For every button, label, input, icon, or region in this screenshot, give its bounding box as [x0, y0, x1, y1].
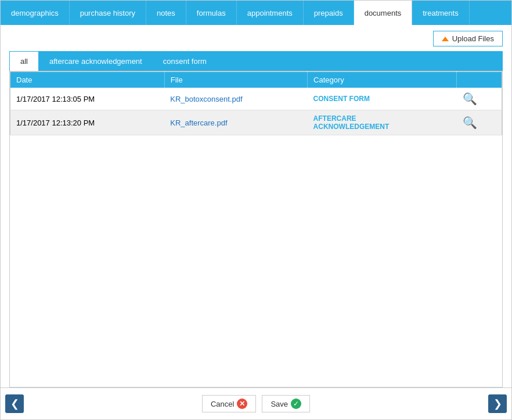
row2-date: 1/17/2017 12:13:20 PM	[10, 110, 165, 135]
row2-view[interactable]: 🔍	[457, 110, 502, 135]
tab-prepaids[interactable]: prepaids	[304, 1, 354, 25]
cancel-button[interactable]: Cancel ✕	[202, 395, 256, 412]
table-row: 1/17/2017 12:13:20 PM KR_aftercare.pdf A…	[10, 110, 502, 135]
tab-treatments[interactable]: treatments	[412, 1, 469, 25]
view-icon[interactable]: 🔍	[463, 116, 477, 129]
save-icon: ✓	[291, 399, 301, 409]
documents-table: Date File Category 1/17/2017 12:13:05 PM…	[10, 71, 502, 135]
col-date: Date	[10, 72, 165, 88]
tab-formulas[interactable]: formulas	[186, 1, 237, 25]
filter-tab-consent[interactable]: consent form	[153, 51, 217, 71]
row1-category: CONSENT FORM	[308, 88, 457, 110]
tab-appointments[interactable]: appointments	[237, 1, 304, 25]
row1-file: KR_botoxconsent.pdf	[164, 88, 307, 110]
col-category: Category	[308, 72, 457, 88]
save-button[interactable]: Save ✓	[262, 395, 310, 412]
upload-files-button[interactable]: Upload Files	[433, 31, 503, 46]
nav-tabs: demographics purchase history notes form…	[1, 1, 511, 25]
prev-icon: ❮	[10, 397, 19, 410]
next-button[interactable]: ❯	[488, 394, 507, 413]
tab-demographics[interactable]: demographics	[1, 1, 70, 25]
documents-table-container: Date File Category 1/17/2017 12:13:05 PM…	[9, 71, 503, 387]
row1-date: 1/17/2017 12:13:05 PM	[10, 88, 165, 110]
col-actions	[457, 72, 502, 88]
upload-icon	[442, 37, 449, 41]
row1-view[interactable]: 🔍	[457, 88, 502, 110]
main-content: Upload Files all aftercare acknowledgeme…	[1, 25, 511, 387]
row2-category: AFTERCAREACKNOWLEDGEMENT	[308, 110, 457, 135]
tab-notes[interactable]: notes	[146, 1, 186, 25]
filter-tab-all[interactable]: all	[9, 51, 39, 71]
row2-file: KR_aftercare.pdf	[164, 110, 307, 135]
filter-tabs: all aftercare acknowledgement consent fo…	[9, 51, 503, 71]
filter-tab-aftercare[interactable]: aftercare acknowledgement	[39, 51, 153, 71]
bottom-bar: ❮ Cancel ✕ Save ✓ ❯	[1, 387, 511, 419]
prev-button[interactable]: ❮	[5, 394, 24, 413]
bottom-actions: Cancel ✕ Save ✓	[202, 395, 310, 412]
view-icon[interactable]: 🔍	[463, 92, 477, 105]
tab-purchase-history[interactable]: purchase history	[70, 1, 146, 25]
cancel-icon: ✕	[237, 399, 247, 409]
table-header-row: Date File Category	[10, 72, 502, 88]
col-file: File	[164, 72, 307, 88]
next-icon: ❯	[493, 397, 502, 410]
tab-documents[interactable]: documents	[354, 1, 413, 25]
upload-row: Upload Files	[9, 31, 503, 46]
table-row: 1/17/2017 12:13:05 PM KR_botoxconsent.pd…	[10, 88, 502, 110]
